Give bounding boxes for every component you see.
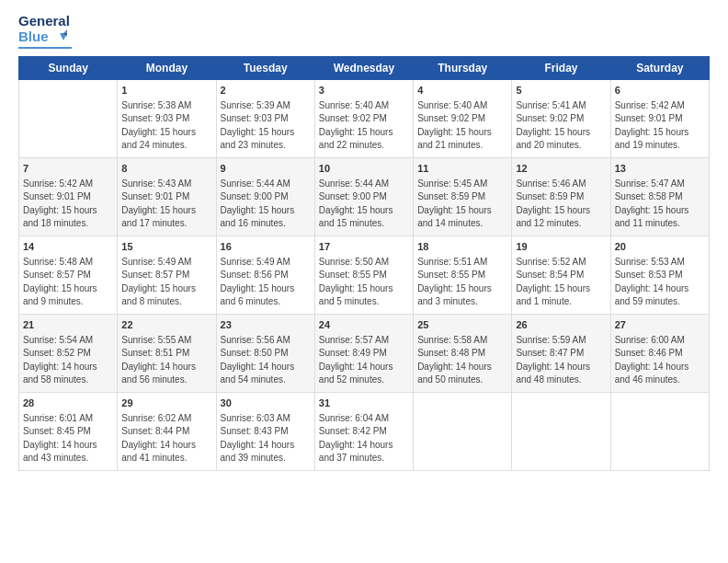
calendar-cell-w1-d6: 5Sunrise: 5:41 AM Sunset: 9:02 PM Daylig… — [512, 79, 610, 157]
logo-bird-icon — [51, 29, 67, 46]
day-info: Sunrise: 5:58 AM Sunset: 8:48 PM Dayligh… — [417, 334, 507, 387]
day-info: Sunrise: 5:38 AM Sunset: 9:03 PM Dayligh… — [121, 99, 211, 153]
day-info: Sunrise: 5:45 AM Sunset: 8:59 PM Dayligh… — [417, 178, 507, 231]
day-info: Sunrise: 5:46 AM Sunset: 8:59 PM Dayligh… — [516, 178, 606, 231]
day-number: 11 — [417, 162, 507, 176]
day-info: Sunrise: 5:44 AM Sunset: 9:00 PM Dayligh… — [221, 178, 311, 231]
calendar-cell-w2-d1: 7Sunrise: 5:42 AM Sunset: 9:01 PM Daylig… — [19, 157, 118, 236]
calendar-cell-w2-d6: 12Sunrise: 5:46 AM Sunset: 8:59 PM Dayli… — [512, 157, 610, 236]
calendar-cell-w3-d5: 18Sunrise: 5:51 AM Sunset: 8:55 PM Dayli… — [414, 236, 512, 314]
day-number: 12 — [516, 162, 606, 176]
week-row-5: 28Sunrise: 6:01 AM Sunset: 8:45 PM Dayli… — [19, 392, 710, 470]
day-info: Sunrise: 6:01 AM Sunset: 8:45 PM Dayligh… — [23, 412, 113, 465]
day-info: Sunrise: 5:43 AM Sunset: 9:01 PM Dayligh… — [121, 178, 211, 231]
calendar-cell-w1-d1 — [19, 79, 118, 157]
day-number: 7 — [23, 162, 113, 176]
calendar-cell-w1-d3: 2Sunrise: 5:39 AM Sunset: 9:03 PM Daylig… — [216, 79, 314, 157]
week-row-1: 1Sunrise: 5:38 AM Sunset: 9:03 PM Daylig… — [19, 79, 710, 157]
day-info: Sunrise: 6:00 AM Sunset: 8:46 PM Dayligh… — [615, 334, 705, 387]
day-info: Sunrise: 5:56 AM Sunset: 8:50 PM Dayligh… — [221, 334, 311, 387]
day-number: 23 — [221, 318, 311, 332]
day-number: 3 — [319, 84, 409, 98]
calendar-cell-w5-d7 — [610, 392, 709, 470]
calendar-cell-w1-d7: 6Sunrise: 5:42 AM Sunset: 9:01 PM Daylig… — [610, 79, 709, 157]
calendar-cell-w3-d4: 17Sunrise: 5:50 AM Sunset: 8:55 PM Dayli… — [314, 236, 413, 314]
logo: General Blue — [18, 14, 72, 49]
page: General Blue SundayMondayTuesdayWednesda… — [0, 0, 728, 563]
calendar-cell-w2-d4: 10Sunrise: 5:44 AM Sunset: 9:00 PM Dayli… — [314, 157, 413, 236]
calendar-cell-w5-d1: 28Sunrise: 6:01 AM Sunset: 8:45 PM Dayli… — [19, 392, 118, 470]
day-number: 30 — [221, 396, 311, 410]
day-info: Sunrise: 5:44 AM Sunset: 9:00 PM Dayligh… — [319, 178, 409, 231]
day-info: Sunrise: 5:54 AM Sunset: 8:52 PM Dayligh… — [23, 334, 113, 387]
header-thursday: Thursday — [414, 56, 512, 79]
day-number: 22 — [121, 318, 211, 332]
calendar-cell-w3-d2: 15Sunrise: 5:49 AM Sunset: 8:57 PM Dayli… — [118, 236, 216, 314]
calendar-cell-w4-d6: 26Sunrise: 5:59 AM Sunset: 8:47 PM Dayli… — [512, 314, 610, 392]
day-number: 5 — [516, 84, 606, 98]
day-info: Sunrise: 5:42 AM Sunset: 9:01 PM Dayligh… — [615, 99, 705, 153]
day-info: Sunrise: 5:49 AM Sunset: 8:56 PM Dayligh… — [221, 256, 311, 309]
header-wednesday: Wednesday — [314, 56, 413, 79]
day-number: 15 — [121, 240, 211, 254]
header: General Blue — [18, 14, 710, 49]
calendar-cell-w2-d2: 8Sunrise: 5:43 AM Sunset: 9:01 PM Daylig… — [118, 157, 216, 236]
day-number: 28 — [23, 396, 113, 410]
week-row-3: 14Sunrise: 5:48 AM Sunset: 8:57 PM Dayli… — [19, 236, 710, 314]
calendar-cell-w5-d5 — [414, 392, 512, 470]
logo-line2: Blue — [18, 29, 49, 45]
calendar-cell-w1-d4: 3Sunrise: 5:40 AM Sunset: 9:02 PM Daylig… — [314, 79, 413, 157]
day-info: Sunrise: 5:55 AM Sunset: 8:51 PM Dayligh… — [121, 334, 211, 387]
calendar-cell-w4-d2: 22Sunrise: 5:55 AM Sunset: 8:51 PM Dayli… — [118, 314, 216, 392]
header-monday: Monday — [118, 56, 216, 79]
calendar-header-row: SundayMondayTuesdayWednesdayThursdayFrid… — [19, 56, 710, 79]
calendar-cell-w3-d7: 20Sunrise: 5:53 AM Sunset: 8:53 PM Dayli… — [610, 236, 709, 314]
day-number: 6 — [615, 84, 705, 98]
day-number: 18 — [417, 240, 507, 254]
day-number: 10 — [319, 162, 409, 176]
day-number: 2 — [221, 84, 311, 98]
calendar-cell-w4-d7: 27Sunrise: 6:00 AM Sunset: 8:46 PM Dayli… — [610, 314, 709, 392]
logo-line1: General — [18, 14, 72, 29]
day-number: 19 — [516, 240, 606, 254]
day-info: Sunrise: 5:39 AM Sunset: 9:03 PM Dayligh… — [221, 99, 311, 153]
day-number: 21 — [23, 318, 113, 332]
header-sunday: Sunday — [19, 56, 118, 79]
calendar-table: SundayMondayTuesdayWednesdayThursdayFrid… — [18, 56, 710, 471]
day-info: Sunrise: 5:59 AM Sunset: 8:47 PM Dayligh… — [516, 334, 606, 387]
day-number: 16 — [221, 240, 311, 254]
calendar-cell-w1-d2: 1Sunrise: 5:38 AM Sunset: 9:03 PM Daylig… — [118, 79, 216, 157]
calendar-cell-w4-d5: 25Sunrise: 5:58 AM Sunset: 8:48 PM Dayli… — [414, 314, 512, 392]
calendar-cell-w2-d5: 11Sunrise: 5:45 AM Sunset: 8:59 PM Dayli… — [414, 157, 512, 236]
calendar-cell-w3-d3: 16Sunrise: 5:49 AM Sunset: 8:56 PM Dayli… — [216, 236, 314, 314]
day-info: Sunrise: 5:40 AM Sunset: 9:02 PM Dayligh… — [417, 99, 507, 153]
day-info: Sunrise: 6:03 AM Sunset: 8:43 PM Dayligh… — [221, 412, 311, 465]
calendar-cell-w3-d1: 14Sunrise: 5:48 AM Sunset: 8:57 PM Dayli… — [19, 236, 118, 314]
day-info: Sunrise: 6:02 AM Sunset: 8:44 PM Dayligh… — [121, 412, 211, 465]
calendar-cell-w4-d4: 24Sunrise: 5:57 AM Sunset: 8:49 PM Dayli… — [314, 314, 413, 392]
calendar-cell-w5-d4: 31Sunrise: 6:04 AM Sunset: 8:42 PM Dayli… — [314, 392, 413, 470]
day-info: Sunrise: 5:41 AM Sunset: 9:02 PM Dayligh… — [516, 99, 606, 153]
calendar-cell-w4-d1: 21Sunrise: 5:54 AM Sunset: 8:52 PM Dayli… — [19, 314, 118, 392]
calendar-cell-w5-d2: 29Sunrise: 6:02 AM Sunset: 8:44 PM Dayli… — [118, 392, 216, 470]
header-saturday: Saturday — [610, 56, 709, 79]
day-number: 20 — [615, 240, 705, 254]
day-number: 17 — [319, 240, 409, 254]
calendar-cell-w5-d3: 30Sunrise: 6:03 AM Sunset: 8:43 PM Dayli… — [216, 392, 314, 470]
day-number: 29 — [121, 396, 211, 410]
day-info: Sunrise: 5:57 AM Sunset: 8:49 PM Dayligh… — [319, 334, 409, 387]
calendar-cell-w1-d5: 4Sunrise: 5:40 AM Sunset: 9:02 PM Daylig… — [414, 79, 512, 157]
day-info: Sunrise: 5:47 AM Sunset: 8:58 PM Dayligh… — [615, 178, 705, 231]
day-info: Sunrise: 5:50 AM Sunset: 8:55 PM Dayligh… — [319, 256, 409, 309]
header-tuesday: Tuesday — [216, 56, 314, 79]
day-info: Sunrise: 5:48 AM Sunset: 8:57 PM Dayligh… — [23, 256, 113, 309]
day-info: Sunrise: 5:49 AM Sunset: 8:57 PM Dayligh… — [121, 256, 211, 309]
day-number: 1 — [121, 84, 211, 98]
week-row-2: 7Sunrise: 5:42 AM Sunset: 9:01 PM Daylig… — [19, 157, 710, 236]
day-info: Sunrise: 6:04 AM Sunset: 8:42 PM Dayligh… — [319, 412, 409, 465]
calendar-cell-w3-d6: 19Sunrise: 5:52 AM Sunset: 8:54 PM Dayli… — [512, 236, 610, 314]
day-number: 4 — [417, 84, 507, 98]
day-number: 27 — [615, 318, 705, 332]
calendar-cell-w5-d6 — [512, 392, 610, 470]
calendar-body: 1Sunrise: 5:38 AM Sunset: 9:03 PM Daylig… — [19, 79, 710, 470]
